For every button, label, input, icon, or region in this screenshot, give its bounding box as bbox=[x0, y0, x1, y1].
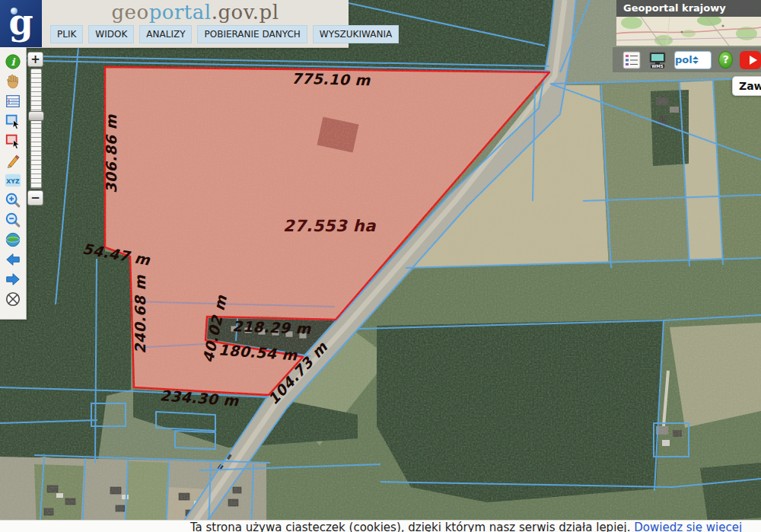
zoom-out-icon bbox=[5, 212, 21, 228]
cookie-text: Ta strona używa ciasteczek (cookies), dz… bbox=[190, 521, 631, 532]
zoom-slider-handle[interactable] bbox=[28, 111, 44, 121]
language-select[interactable]: pol bbox=[674, 51, 712, 69]
app-header: g geoportal.gov.pl PLIK WIDOK ANALIZY PO… bbox=[0, 0, 349, 48]
zoom-slider-plus-button[interactable]: + bbox=[27, 52, 43, 67]
menu-pobieranie-danych[interactable]: POBIERANIE DANYCH bbox=[197, 25, 307, 43]
youtube-button[interactable] bbox=[740, 51, 761, 69]
zoom-slider: + − bbox=[27, 52, 44, 205]
xyz-icon: XYZ bbox=[5, 172, 21, 189]
draw-tool-button[interactable] bbox=[2, 151, 24, 170]
forward-button[interactable] bbox=[2, 269, 24, 289]
arrow-left-icon bbox=[5, 251, 21, 268]
coordinates-xyz-button[interactable]: XYZ bbox=[2, 170, 24, 190]
wms-monitor-icon: WMS bbox=[648, 51, 667, 69]
cookie-more-link[interactable]: Dowiedz się więcej bbox=[634, 521, 742, 532]
map-contents-tab[interactable]: Zaw bbox=[732, 76, 761, 96]
svg-text:WMS: WMS bbox=[651, 64, 664, 68]
select-arrows-icon bbox=[693, 56, 707, 64]
menu-plik[interactable]: PLIK bbox=[50, 25, 83, 43]
zoom-slider-minus-button[interactable]: − bbox=[27, 190, 43, 205]
globe-icon bbox=[5, 231, 21, 248]
zoom-out-button[interactable] bbox=[2, 210, 24, 230]
zoom-slider-track[interactable] bbox=[30, 68, 42, 189]
select-area-button[interactable] bbox=[2, 111, 24, 131]
full-extent-button[interactable] bbox=[2, 230, 24, 250]
overview-minimap[interactable] bbox=[616, 17, 761, 46]
table-icon bbox=[5, 93, 21, 110]
language-select-value: pol bbox=[675, 54, 693, 65]
remove-selection-button[interactable] bbox=[2, 131, 24, 151]
remove-rectangle-icon bbox=[5, 132, 21, 149]
main-menu: PLIK WIDOK ANALIZY POBIERANIE DANYCH WYS… bbox=[50, 25, 399, 43]
back-button[interactable] bbox=[2, 250, 24, 269]
legend-button[interactable] bbox=[622, 51, 641, 69]
pan-tool-button[interactable] bbox=[2, 72, 24, 91]
menu-analizy[interactable]: ANALIZY bbox=[139, 25, 192, 43]
tool-palette: i bbox=[0, 47, 27, 320]
arrow-right-icon bbox=[5, 271, 21, 288]
map-canvas[interactable] bbox=[0, 0, 761, 532]
pan-hand-icon bbox=[5, 73, 21, 90]
geoportal-logo[interactable]: g bbox=[0, 0, 42, 47]
pencil-icon bbox=[5, 152, 21, 169]
attributes-table-button[interactable] bbox=[2, 91, 24, 111]
zoom-in-button[interactable] bbox=[2, 190, 24, 210]
info-tool-button[interactable]: i bbox=[2, 52, 24, 72]
photo-grain bbox=[0, 0, 761, 532]
map-controls-bar: WMS pol ? bbox=[613, 47, 761, 72]
info-icon: i bbox=[5, 53, 21, 70]
menu-wyszukiwania[interactable]: WYSZUKIWANIA bbox=[313, 25, 399, 43]
zoom-in-icon bbox=[5, 192, 21, 209]
cookie-bar: Ta strona używa ciasteczek (cookies), dz… bbox=[0, 520, 761, 532]
overview-panel-title[interactable]: Geoportal krajowy bbox=[616, 0, 761, 17]
cancel-circle-icon bbox=[5, 291, 21, 307]
app-title: geoportal.gov.pl bbox=[42, 1, 349, 24]
svg-text:XYZ: XYZ bbox=[6, 178, 20, 185]
cancel-tool-button[interactable] bbox=[2, 289, 24, 309]
logo-satellite-icon bbox=[11, 8, 18, 14]
wms-button[interactable]: WMS bbox=[648, 51, 667, 69]
menu-widok[interactable]: WIDOK bbox=[88, 25, 134, 43]
geoportal-app: 775.10 m306.86 m54.47 m240.68 m40.02 m21… bbox=[0, 0, 761, 532]
help-button[interactable]: ? bbox=[718, 51, 733, 68]
legend-icon bbox=[622, 51, 641, 69]
select-rectangle-icon bbox=[5, 113, 21, 129]
minimap-topo bbox=[616, 17, 761, 46]
